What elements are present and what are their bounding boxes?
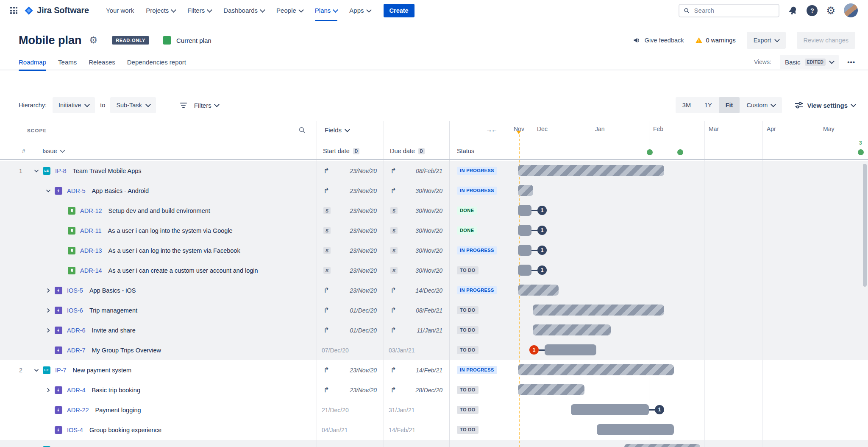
issue-key-link[interactable]: IP-8 [55,168,67,174]
gantt-bar-rolled-up[interactable] [533,305,664,316]
gantt-bar[interactable] [518,245,531,256]
start-date-value: 21/Dec/20 [322,407,349,413]
collapse-chevron-icon[interactable] [45,287,52,294]
chevron-down-icon [366,7,372,13]
issue-key-link[interactable]: IOS-6 [67,307,83,314]
month-label: Mar [709,126,719,132]
export-button[interactable]: Export [747,32,786,49]
dependency-count-badge[interactable]: 1 [537,206,547,215]
views-selector[interactable]: Basic EDITED [780,55,839,69]
zoom-1y-button[interactable]: 1Y [698,97,719,113]
due-date-column-header[interactable]: Due dateD [390,143,425,159]
issue-column-header[interactable]: Issue [42,143,64,159]
edited-badge: EDITED [805,59,826,66]
more-options-icon[interactable]: ••• [847,59,855,66]
gantt-bar-rolled-up[interactable] [624,444,700,447]
issue-key-link[interactable]: ADR-14 [80,267,102,274]
scope-search-icon[interactable] [298,126,306,135]
gantt-bar[interactable] [518,265,531,276]
warnings-indicator[interactable]: 0 warnings [695,36,736,44]
app-switcher-icon[interactable] [10,7,17,14]
brand-text: Jira Software [37,6,89,15]
nav-item-your-work[interactable]: Your work [106,0,134,21]
collapse-fields-icon[interactable]: →← [486,126,497,133]
release-marker[interactable] [677,149,683,155]
fields-dropdown[interactable]: Fields [325,126,349,134]
issue-key-link[interactable]: ADR-12 [80,207,102,214]
gantt-bar-rolled-up[interactable] [518,165,664,176]
filters-button[interactable]: Filters [180,102,219,109]
hierarchy-to-dropdown[interactable]: Sub-Task [110,97,156,113]
zoom-fit-button[interactable]: Fit [719,97,740,113]
dependency-count-badge[interactable]: 1 [537,226,547,235]
nav-item-plans[interactable]: Plans [315,0,338,21]
expand-chevron-icon[interactable] [33,168,40,174]
zoom-custom-button[interactable]: Custom [740,97,782,113]
issue-key-link[interactable]: IOS-5 [67,287,83,294]
issue-key-link[interactable]: ADR-5 [67,187,86,194]
jira-logo[interactable]: Jira Software [24,6,89,15]
gantt-bar-rolled-up[interactable] [518,384,584,395]
tab-releases[interactable]: Releases [89,54,115,70]
issue-key-link[interactable]: ADR-4 [67,387,86,394]
issue-key-link[interactable]: ADR-7 [67,347,86,354]
dependency-count-badge[interactable]: 1 [537,265,547,275]
collapse-chevron-icon[interactable] [45,387,52,394]
settings-gear-icon[interactable]: ⚙ [826,6,835,16]
tab-roadmap[interactable]: Roadmap [19,54,46,70]
gantt-bar-rolled-up[interactable] [518,185,533,196]
hierarchy-from-dropdown[interactable]: Initiative [53,97,95,113]
gantt-bar[interactable] [518,225,531,236]
start-date-column-header[interactable]: Start dateD [323,143,359,159]
issue-key-link[interactable]: IP-7 [55,367,67,374]
dependency-count-badge[interactable]: 1 [655,405,664,414]
due-date-cell: ↱14/Dec/20 [384,280,449,300]
gantt-bar[interactable] [597,424,674,435]
release-marker[interactable] [647,149,653,155]
issue-key-link[interactable]: ADR-13 [80,247,102,254]
due-date-cell: ↱08/Feb/21 [384,161,449,181]
status-column-header[interactable]: Status [457,143,474,159]
gantt-bar-rolled-up[interactable] [518,364,674,375]
view-settings-button[interactable]: View settings [795,102,855,109]
give-feedback-button[interactable]: Give feedback [633,36,684,45]
start-date-value: 01/Dec/20 [350,327,377,334]
vertical-scrollbar[interactable] [863,164,867,287]
zoom-3m-button[interactable]: 3M [676,97,698,113]
nav-item-projects[interactable]: Projects [146,0,175,21]
expand-chevron-icon[interactable] [33,367,40,374]
nav-item-filters[interactable]: Filters [187,0,211,21]
dependency-count-badge[interactable]: 1 [529,345,539,355]
nav-item-apps[interactable]: Apps [349,0,370,21]
notifications-bell-icon[interactable] [787,4,799,17]
help-icon[interactable]: ? [807,5,818,16]
search-box[interactable] [679,4,779,17]
start-date-cell: ↱23/Nov/20 [317,380,384,400]
issue-key-link[interactable]: ADR-22 [67,407,89,413]
status-badge: DONE [457,226,477,235]
gantt-bar[interactable] [518,205,531,216]
gantt-bar-rolled-up[interactable] [533,324,611,335]
nav-item-dashboards[interactable]: Dashboards [223,0,264,21]
search-input[interactable] [693,6,775,14]
chevron-down-icon [214,102,220,107]
gantt-bar-rolled-up[interactable] [518,285,559,296]
dependency-count-badge[interactable]: 1 [537,246,547,255]
issue-key-link[interactable]: ADR-11 [80,227,102,234]
release-marker[interactable] [858,149,864,155]
tab-dependencies-report[interactable]: Dependencies report [127,54,186,70]
plan-settings-gear-icon[interactable]: ⚙ [89,36,98,45]
nav-item-people[interactable]: People [276,0,303,21]
gantt-bar[interactable] [571,404,649,415]
collapse-chevron-icon[interactable] [45,327,52,334]
issue-key-link[interactable]: ADR-6 [67,327,86,334]
issue-key-link[interactable]: IOS-4 [67,427,83,433]
gantt-bar[interactable] [545,344,596,355]
collapse-chevron-icon[interactable] [45,307,52,314]
start-date-cell: 04/Jan/21 [317,420,384,440]
user-avatar[interactable] [844,3,858,17]
tab-teams[interactable]: Teams [58,54,77,70]
create-button[interactable]: Create [384,4,415,17]
issue-row: ADR-4Basic trip booking↱23/Nov/20↱28/Dec… [0,380,868,400]
expand-chevron-icon[interactable] [45,187,52,194]
